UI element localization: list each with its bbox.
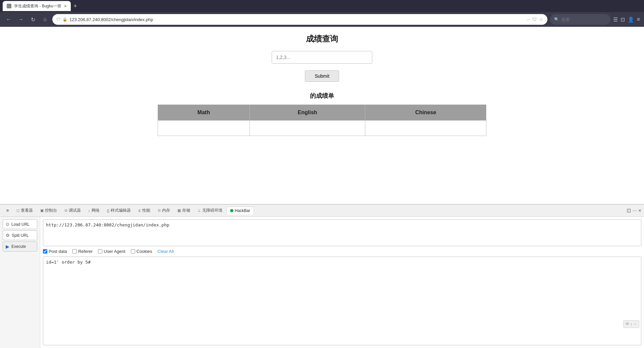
table-row [158, 121, 486, 136]
cookies-checkbox-label[interactable]: Cookies [131, 249, 152, 254]
execute-icon: ▶ [6, 244, 9, 249]
devtools-dock-button[interactable]: ⊡ [627, 207, 631, 214]
address-more-icon[interactable]: ··· [526, 17, 530, 22]
load-url-icon: ⊙ [6, 222, 9, 227]
cookies-checkbox[interactable] [131, 249, 135, 254]
inspector-icon: ◻ [16, 208, 19, 213]
page-content: 成绩查询 Submit 的成绩单 Math English Chinese [0, 27, 644, 204]
load-url-label: Load URL [11, 222, 30, 227]
page-title: 成绩查询 [306, 33, 338, 44]
search-input[interactable] [561, 17, 595, 22]
performance-icon: ⧖ [138, 208, 141, 213]
student-id-input[interactable] [272, 51, 372, 64]
debugger-label: 调试器 [69, 208, 81, 213]
devtools-tab-memory[interactable]: ⊙ 内存 [154, 206, 173, 215]
tab-favicon [7, 4, 11, 8]
console-label: 控制台 [45, 208, 57, 213]
accessibility-label: 无障碍环境 [202, 208, 222, 213]
menu-icon[interactable]: ≡ [637, 16, 640, 22]
pocket-icon[interactable]: 🛡 [532, 17, 537, 22]
referer-checkbox[interactable] [72, 249, 77, 254]
inspector-label: 查看器 [21, 208, 33, 213]
math-value [158, 121, 250, 136]
chinese-column-header: Chinese [365, 105, 486, 121]
hackbar-status-dot [230, 209, 233, 212]
result-title: 的成绩单 [310, 92, 334, 100]
tab-close-button[interactable]: × [64, 3, 67, 9]
load-url-button[interactable]: ⊙ Load URL [3, 219, 37, 229]
nav-right-buttons: ☰ ⊡ 👤 ≡ [613, 16, 640, 23]
devtools-tab-storage[interactable]: ▦ 存储 [174, 206, 194, 215]
accessibility-icon: ⊥ [198, 208, 201, 213]
devtools-tab-inspector[interactable]: ◻ 查看器 [13, 206, 36, 215]
resize-handle[interactable]: 中 ↕ ↔ [623, 320, 639, 328]
split-url-button[interactable]: ⚙ Split URL [3, 230, 37, 240]
tab-bar: 学生成绩查询 - Bugku一班 × + [0, 0, 644, 12]
home-button[interactable]: ⌂ [40, 15, 50, 24]
results-table: Math English Chinese [158, 105, 486, 136]
devtools-close-button[interactable]: × [638, 208, 641, 214]
devtools-right-buttons: ⊡ ··· × [627, 207, 641, 214]
devtools-tab-picker[interactable]: ⊕ [3, 207, 12, 214]
search-input-container [272, 51, 372, 64]
user-agent-checkbox-label[interactable]: User Agent [98, 249, 125, 254]
split-url-icon: ⚙ [6, 233, 10, 238]
hackbar-main: http://123.206.87.240:8002/chengjidan/in… [40, 217, 644, 348]
lock-icon: 🔒 [62, 17, 67, 22]
table-header-row: Math English Chinese [158, 105, 486, 121]
tab-title: 学生成绩查询 - Bugku一班 [14, 3, 61, 9]
devtools-tab-network[interactable]: ↕ 网络 [85, 206, 103, 215]
post-data-label: Post data [49, 249, 67, 254]
referer-checkbox-label[interactable]: Referer [72, 249, 93, 254]
clear-all-button[interactable]: Clear All [158, 249, 174, 254]
resize-icons: 中 ↕ ↔ [626, 322, 637, 327]
chinese-value [365, 121, 486, 136]
library-icon[interactable]: ☰ [613, 16, 618, 23]
options-bar: Post data Referer User Agent Cookies Cle… [43, 249, 641, 254]
style-icon: {} [107, 209, 109, 213]
debugger-icon: ⊙ [64, 208, 67, 213]
address-text: 123.206.87.240:8002/chengjidan/index.php [69, 17, 524, 22]
post-data-checkbox[interactable] [43, 249, 47, 254]
post-data-textarea[interactable]: id=1' order by 5# [43, 257, 641, 345]
execute-label: Execute [11, 244, 26, 249]
hackbar-panel: ⊙ Load URL ⚙ Split URL ▶ Execute http://… [0, 217, 644, 348]
devtools-tab-style[interactable]: {} 样式编辑器 [104, 206, 134, 215]
devtools-more-button[interactable]: ··· [632, 208, 637, 214]
user-agent-checkbox[interactable] [98, 249, 102, 254]
post-data-checkbox-label[interactable]: Post data [43, 249, 67, 254]
star-icon[interactable]: ☆ [539, 17, 543, 22]
execute-button[interactable]: ▶ Execute [3, 241, 37, 252]
submit-button[interactable]: Submit [305, 70, 339, 82]
sidebar-icon[interactable]: ⊡ [621, 16, 625, 23]
devtools-tab-accessibility[interactable]: ⊥ 无障碍环境 [194, 206, 226, 215]
shield-icon: 🛡 [56, 17, 60, 22]
storage-icon: ▦ [177, 208, 181, 213]
refresh-button[interactable]: ↻ [28, 15, 38, 24]
forward-button[interactable]: → [16, 15, 25, 24]
memory-icon: ⊙ [158, 208, 161, 213]
hackbar-sidebar: ⊙ Load URL ⚙ Split URL ▶ Execute [0, 217, 40, 348]
back-button[interactable]: ← [4, 15, 13, 24]
devtools-panel: ⊕ ◻ 查看器 ▣ 控制台 ⊙ 调试器 ↕ 网络 {} 样式编辑器 ⧖ 性能 ⊙… [0, 204, 644, 348]
console-icon: ▣ [40, 208, 44, 213]
url-textarea[interactable]: http://123.206.87.240:8002/chengjidan/in… [43, 219, 641, 246]
search-bar[interactable]: 🔍 [550, 14, 610, 25]
account-icon[interactable]: 👤 [628, 16, 634, 23]
address-bar-icons: ··· 🛡 ☆ [526, 17, 543, 22]
devtools-tab-debugger[interactable]: ⊙ 调试器 [61, 206, 84, 215]
memory-label: 内存 [162, 208, 170, 213]
storage-label: 存储 [182, 208, 190, 213]
search-icon: 🔍 [554, 17, 559, 22]
math-column-header: Math [158, 105, 250, 121]
devtools-tab-performance[interactable]: ⧖ 性能 [135, 206, 154, 215]
english-value [250, 121, 365, 136]
devtools-tab-console[interactable]: ▣ 控制台 [37, 206, 60, 215]
active-tab[interactable]: 学生成绩查询 - Bugku一班 × [3, 1, 71, 11]
address-bar[interactable]: 🛡 🔒 123.206.87.240:8002/chengjidan/index… [52, 14, 547, 25]
referer-label: Referer [78, 249, 93, 254]
cookies-label: Cookies [137, 249, 152, 254]
devtools-tab-hackbar[interactable]: HackBar [226, 207, 254, 215]
new-tab-button[interactable]: + [73, 3, 77, 10]
browser-chrome: 学生成绩查询 - Bugku一班 × + ← → ↻ ⌂ 🛡 🔒 123.206… [0, 0, 644, 27]
